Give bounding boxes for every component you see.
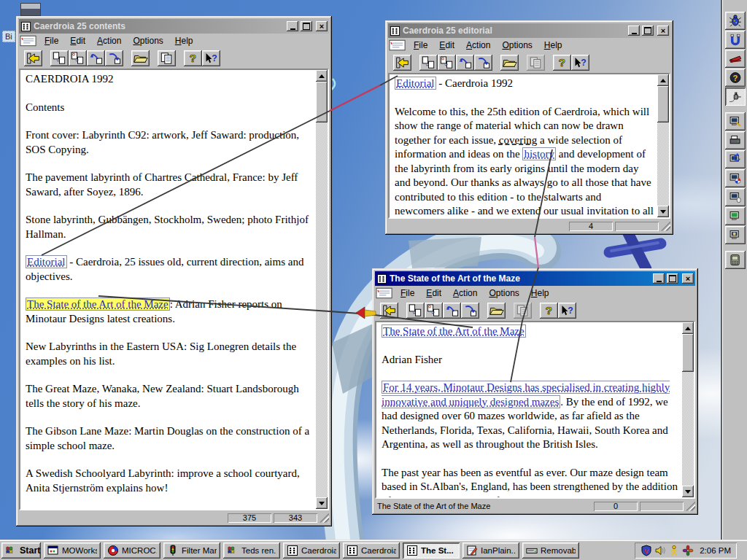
scrollbar[interactable] [657,74,669,217]
task-button-moworks[interactable]: MOWorks [44,542,101,559]
task-button-filter-man[interactable]: Filter Man... [163,542,220,559]
minimize-button[interactable] [628,26,640,36]
menu-item-help[interactable]: Help [170,34,198,47]
start-button[interactable]: Start [1,542,41,559]
link-follow-button[interactable] [474,55,492,71]
link-back-button[interactable] [456,55,474,71]
minimize-button[interactable] [653,273,665,284]
copy-page-button[interactable] [50,50,69,66]
minimize-button[interactable] [287,21,298,31]
menu-item-help[interactable]: Help [526,287,554,300]
exit-button[interactable] [24,50,42,66]
speaker-icon[interactable] [654,545,666,556]
menu-item-edit[interactable]: Edit [421,287,446,300]
scheduler-icon[interactable] [682,545,694,556]
bug-icon[interactable] [725,12,746,30]
resize-grip[interactable] [661,222,670,231]
scroll-down-icon[interactable] [316,497,328,509]
help-button[interactable]: ? [553,55,571,71]
scroll-down-icon[interactable] [657,206,669,217]
menu-item-file[interactable]: File [39,34,63,47]
menu-item-action[interactable]: Action [92,34,126,47]
replace-page-button[interactable] [438,55,456,71]
magnet-icon[interactable] [725,31,746,49]
note-link[interactable]: covering [499,134,537,146]
resize-grip[interactable] [686,502,695,511]
link-back-button[interactable] [443,303,461,319]
exit-button[interactable] [393,55,411,71]
printer-icon[interactable] [725,131,746,149]
task-button-the-st[interactable]: The St... [403,542,460,559]
link-back-button[interactable] [87,50,105,66]
copy-button[interactable] [527,55,545,71]
organizer-icon[interactable] [725,251,746,269]
scroll-thumb[interactable] [657,86,669,122]
close-button[interactable]: × [316,21,328,31]
link-follow-button[interactable] [461,303,479,319]
replace-page-button[interactable] [425,303,443,319]
context-help-button[interactable]: ? [558,303,576,319]
scroll-up-icon[interactable] [682,322,694,334]
context-help-button[interactable]: ? [571,55,589,71]
scroll-up-icon[interactable] [316,70,328,82]
exit-button[interactable] [380,303,398,319]
menu-item-options[interactable]: Options [128,34,168,47]
copy-page-button[interactable] [406,303,425,319]
titlebar[interactable]: The State of the Art of the Maze × [375,271,695,286]
context-help-button[interactable]: ? [202,50,220,66]
close-button[interactable]: × [682,273,694,284]
maximize-button[interactable] [667,273,678,284]
task-button-teds-ren[interactable]: Teds ren... [223,542,280,559]
task-button-caerdroia[interactable]: Caerdroia... [343,542,400,559]
task-button-removab[interactable]: Removab... [522,542,579,559]
plug-icon[interactable] [725,88,746,106]
menu-item-action[interactable]: Action [461,39,495,52]
link-follow-button[interactable] [105,50,123,66]
scroll-thumb[interactable] [316,82,328,122]
menu-item-action[interactable]: Action [448,287,482,300]
pc-user-icon[interactable] [725,226,746,244]
menu-item-options[interactable]: Options [497,39,537,52]
pc-disk-icon[interactable] [725,169,746,187]
menu-item-help[interactable]: Help [539,39,568,52]
agent-icon[interactable] [668,545,680,556]
open-button[interactable] [500,55,519,71]
stapler-icon[interactable] [725,50,746,68]
help-button[interactable]: ? [540,303,558,319]
titlebar[interactable]: Caerdroia 25 editorial × [388,23,670,38]
maximize-button[interactable] [301,21,312,31]
scroll-up-icon[interactable] [657,74,669,86]
copy-page-button[interactable] [419,55,438,71]
close-button[interactable]: × [657,26,669,36]
resize-grip[interactable] [320,513,329,523]
menu-item-edit[interactable]: Edit [65,34,90,47]
copy-button[interactable] [514,303,532,319]
maximize-button[interactable] [642,26,654,36]
replace-page-button[interactable] [69,50,87,66]
help-button[interactable]: ? [184,50,202,66]
task-button-microc[interactable]: MICROC... [104,542,160,559]
task-button-ianplain[interactable]: IanPlain.... [462,542,519,559]
scrollbar[interactable] [316,70,328,509]
hyperlink[interactable]: The State of the Art of the Maze [26,298,170,311]
pc-tools-icon[interactable] [725,112,746,131]
hyperlink[interactable]: history [522,147,556,160]
open-button[interactable] [131,50,150,66]
scroll-down-icon[interactable] [682,486,694,497]
pc-cd-icon[interactable] [725,207,746,225]
scroll-thumb[interactable] [682,334,694,372]
titlebar[interactable]: Caerdroia 25 contents × [19,19,329,34]
open-button[interactable] [487,303,506,319]
menu-item-edit[interactable]: Edit [434,39,460,52]
desktop-icon-label[interactable]: Bi [2,31,15,42]
hyperlink[interactable]: Editorial [26,255,67,268]
copy-button[interactable] [158,50,176,66]
pc-mouse-icon[interactable] [725,188,746,206]
hyperlink[interactable]: The State of the Art of the Maze [382,324,526,338]
task-button-caerdroia[interactable]: Caerdroia... [283,542,340,559]
hyperlink[interactable]: Editorial [395,77,436,90]
desktop-icon[interactable] [20,3,41,16]
help-badge-icon[interactable]: ? [725,69,746,87]
pc-restart-icon[interactable] [725,150,746,168]
scrollbar[interactable] [682,322,694,497]
